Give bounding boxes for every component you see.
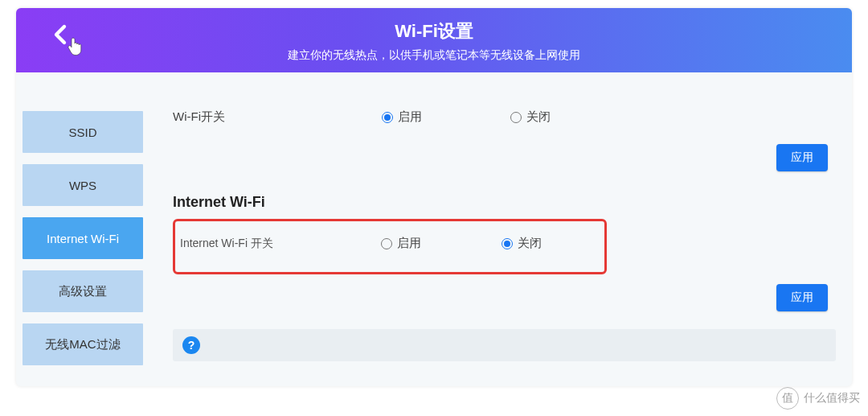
sidebar-item-advanced[interactable]: 高级设置 [23,270,143,312]
highlight-box: Internet Wi-Fi 开关 启用 关闭 [173,219,607,274]
wifi-switch-row: Wi-Fi开关 启用 关闭 [173,105,836,139]
watermark-text: 什么值得买 [804,391,860,406]
apply-button[interactable]: 应用 [776,284,828,311]
internet-wifi-radio-group: 启用 关闭 [381,236,542,251]
sidebar-item-mac-filter[interactable]: 无线MAC过滤 [23,323,143,365]
internet-wifi-switch-label: Internet Wi-Fi 开关 [180,237,381,251]
sidebar: SSID WPS Internet Wi-Fi 高级设置 无线MAC过滤 [16,72,149,386]
watermark: 值 什么值得买 [776,387,860,410]
wifi-disable-radio[interactable]: 关闭 [510,109,551,125]
wifi-enable-radio[interactable]: 启用 [382,109,422,125]
sidebar-item-label: 高级设置 [59,284,107,299]
radio-label: 启用 [398,109,422,125]
page-title: Wi-Fi设置 [16,19,852,43]
header-bar: Wi-Fi设置 建立你的无线热点，以供手机或笔记本等无线设备上网使用 [16,8,852,72]
radio-icon [382,112,393,123]
internet-wifi-disable-radio[interactable]: 关闭 [502,236,542,251]
internet-wifi-switch-row: Internet Wi-Fi 开关 启用 关闭 [180,236,600,251]
internet-wifi-heading: Internet Wi-Fi [173,194,836,211]
content-area: Wi-Fi开关 启用 关闭 应用 Internet Wi-Fi [149,72,852,386]
sidebar-item-wps[interactable]: WPS [23,164,143,206]
sidebar-item-label: 无线MAC过滤 [45,337,120,352]
help-icon[interactable]: ? [182,336,200,354]
sidebar-item-label: Internet Wi-Fi [47,232,119,245]
internet-wifi-apply-row: 应用 [173,279,836,323]
wifi-switch-radio-group: 启用 关闭 [382,109,551,125]
panel-body: SSID WPS Internet Wi-Fi 高级设置 无线MAC过滤 Wi-… [16,72,852,386]
back-button[interactable] [48,23,72,47]
help-bar: ? [173,329,836,361]
page-subtitle: 建立你的无线热点，以供手机或笔记本等无线设备上网使用 [16,48,852,63]
internet-wifi-enable-radio[interactable]: 启用 [381,236,421,251]
wifi-apply-row: 应用 [173,139,836,183]
chevron-left-icon [48,23,72,47]
radio-icon [502,238,513,249]
radio-icon [381,238,392,249]
radio-icon [510,112,522,123]
sidebar-item-ssid[interactable]: SSID [23,111,143,153]
apply-button[interactable]: 应用 [776,144,828,171]
radio-label: 关闭 [526,109,551,125]
radio-label: 启用 [397,236,421,251]
sidebar-item-internet-wifi[interactable]: Internet Wi-Fi [23,217,143,259]
settings-panel: Wi-Fi设置 建立你的无线热点，以供手机或笔记本等无线设备上网使用 SSID … [16,8,852,386]
radio-label: 关闭 [518,236,542,251]
sidebar-item-label: WPS [69,179,96,192]
watermark-badge-icon: 值 [776,387,799,410]
wifi-switch-label: Wi-Fi开关 [173,109,382,125]
sidebar-item-label: SSID [68,126,96,139]
